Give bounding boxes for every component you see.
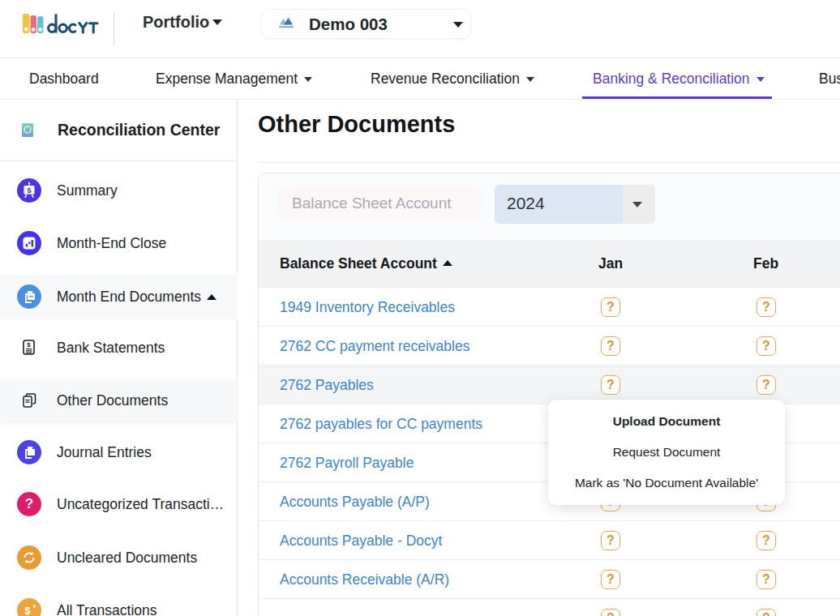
svg-text:$: $ — [27, 341, 31, 349]
svg-text:$: $ — [27, 186, 32, 195]
svg-text:$: $ — [24, 605, 31, 616]
